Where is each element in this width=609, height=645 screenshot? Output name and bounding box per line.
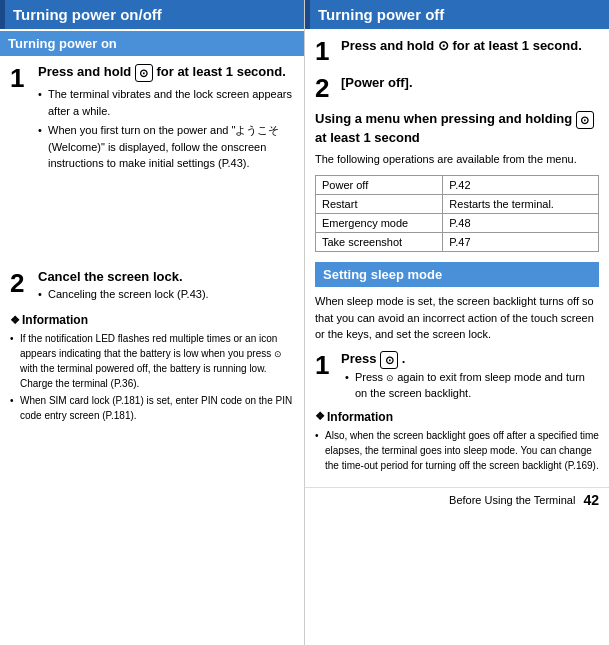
left-header-title: Turning power on/off	[13, 6, 162, 23]
sleep-info-list: Also, when the screen backlight goes off…	[315, 428, 599, 473]
sleep-info-section: Information Also, when the screen backli…	[315, 410, 599, 473]
step2-body: Cancel the screen lock. Canceling the sc…	[38, 269, 209, 306]
menu-table-value: P.42	[443, 176, 599, 195]
step1-title-post: for at least 1 second.	[156, 64, 285, 79]
step1-title: Press and hold ⊙ for at least 1 second.	[38, 64, 294, 82]
sleep-step1-title: Press ⊙ .	[341, 351, 599, 369]
left-header: Turning power on/off	[0, 0, 304, 29]
menu-table-value: P.48	[443, 214, 599, 233]
step1-num: 1	[10, 64, 32, 93]
step1-bullet-1: The terminal vibrates and the lock scree…	[38, 86, 294, 119]
menu-table-label: Emergency mode	[316, 214, 443, 233]
step1-title-pre: Press and hold	[38, 64, 131, 79]
menu-table-row: RestartRestarts the terminal.	[316, 195, 599, 214]
right-column: Turning power off 1 Press and hold ⊙ for…	[305, 0, 609, 645]
step2-bullets: Canceling the screen lock (P.43).	[38, 286, 209, 303]
right-header-title: Turning power off	[318, 6, 444, 23]
sleep-step1-num: 1	[315, 351, 335, 380]
step2-num: 2	[10, 269, 32, 298]
power-icon-right-1: ⊙	[438, 38, 449, 53]
left-subheader: Turning power on	[0, 31, 304, 56]
step2-bullet-1: Canceling the screen lock (P.43).	[38, 286, 209, 303]
right-step1-row: 1 Press and hold ⊙ for at least 1 second…	[315, 37, 599, 66]
right-step1-num: 1	[315, 37, 335, 66]
left-info-title: Information	[10, 313, 294, 327]
right-main-content: 1 Press and hold ⊙ for at least 1 second…	[305, 29, 609, 483]
right-step2-row: 2 [Power off].	[315, 74, 599, 103]
page: Turning power on/off Turning power on 1 …	[0, 0, 609, 645]
sleep-step1-content: Press ⊙ . Press ⊙ again to exit from sle…	[341, 351, 599, 404]
power-icon-sleep-sub: ⊙	[386, 373, 394, 383]
right-header: Turning power off	[305, 0, 609, 29]
step2-title: Cancel the screen lock.	[38, 269, 209, 284]
step1-bullet-2: When you first turn on the power and "よう…	[38, 122, 294, 172]
left-subheader-title: Turning power on	[8, 36, 117, 51]
right-step2-num: 2	[315, 74, 335, 103]
menu-table-row: Emergency modeP.48	[316, 214, 599, 233]
page-number: 42	[583, 492, 599, 508]
power-icon-1: ⊙	[135, 64, 153, 82]
footer: Before Using the Terminal 42	[305, 487, 609, 512]
step1-row: 1 Press and hold ⊙ for at least 1 second…	[10, 64, 294, 175]
left-info-bullet-1: If the notification LED flashes red mult…	[10, 331, 294, 391]
power-icon-holding: ⊙	[576, 111, 594, 129]
menu-table-value: Restarts the terminal.	[443, 195, 599, 214]
sleep-subheader: Setting sleep mode	[315, 262, 599, 287]
footer-label: Before Using the Terminal	[449, 494, 575, 506]
right-step2-text: [Power off].	[341, 74, 413, 92]
step2-row: 2 Cancel the screen lock. Canceling the …	[10, 269, 294, 306]
power-icon-info: ⊙	[274, 349, 282, 359]
left-info-bullet-1-text: If the notification LED flashes red mult…	[20, 333, 282, 389]
step1-bullets: The terminal vibrates and the lock scree…	[38, 86, 294, 172]
power-icon-sleep: ⊙	[380, 351, 398, 369]
step1-body: Press and hold ⊙ for at least 1 second. …	[38, 64, 294, 175]
sleep-info-title: Information	[315, 410, 599, 424]
left-step1-section: 1 Press and hold ⊙ for at least 1 second…	[0, 56, 304, 189]
left-info-list: If the notification LED flashes red mult…	[10, 331, 294, 423]
left-info-bullet-2: When SIM card lock (P.181) is set, enter…	[10, 393, 294, 423]
menu-table: Power offP.42RestartRestarts the termina…	[315, 175, 599, 252]
menu-table-label: Take screenshot	[316, 233, 443, 252]
holding-desc: The following operations are available f…	[315, 151, 599, 168]
menu-table-row: Power offP.42	[316, 176, 599, 195]
left-column: Turning power on/off Turning power on 1 …	[0, 0, 305, 645]
menu-table-label: Restart	[316, 195, 443, 214]
menu-table-label: Power off	[316, 176, 443, 195]
sleep-desc: When sleep mode is set, the screen backl…	[315, 293, 599, 343]
sleep-info-bullet-1: Also, when the screen backlight goes off…	[315, 428, 599, 473]
sleep-step1-row: 1 Press ⊙ . Press ⊙ again to exit from s…	[315, 351, 599, 404]
holding-section-title: Using a menu when pressing and holding ⊙…	[315, 110, 599, 147]
menu-table-row: Take screenshotP.47	[316, 233, 599, 252]
left-step2-section: 2 Cancel the screen lock. Canceling the …	[0, 189, 304, 434]
sleep-step1-sub: Press ⊙ again to exit from sleep mode an…	[341, 369, 599, 402]
right-step1-text: Press and hold ⊙ for at least 1 second.	[341, 37, 582, 55]
left-info-section: Information If the notification LED flas…	[10, 313, 294, 423]
menu-table-value: P.47	[443, 233, 599, 252]
